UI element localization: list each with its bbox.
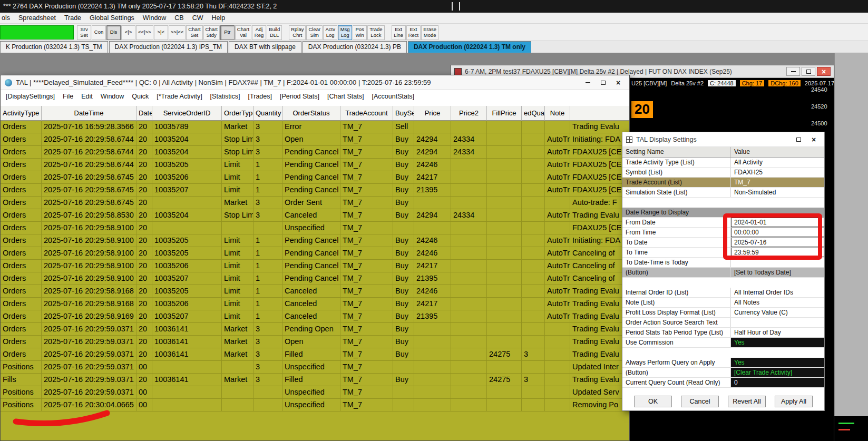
table-row[interactable]: Orders2025-07-16 20:29:58.67452010035207… <box>1 184 629 197</box>
column-header-buysel[interactable]: BuySel <box>393 106 414 121</box>
table-row[interactable]: Orders2025-07-16 20:29:58.91002010035205… <box>1 247 629 260</box>
toolbar-button-rplay-chrt[interactable]: RplayChrt <box>289 25 306 40</box>
tab-dax-production-022024-1-3-tm-only[interactable]: DAX Production (022024 1.3) TM only <box>408 41 531 53</box>
minimize-icon[interactable] <box>786 67 800 76</box>
settings-row-period-stats-tab-period-type-list[interactable]: Period Stats Tab Period Type (List)Half … <box>622 328 824 338</box>
tab-dax-bt-with-slippage[interactable]: DAX BT with slippage <box>229 41 301 53</box>
column-header-date[interactable]: Date <box>136 106 152 121</box>
toolbar-button-build-dll[interactable]: BuildDLL <box>267 25 282 40</box>
toolbar-button-ptr[interactable]: Ptr <box>220 25 235 40</box>
table-row[interactable]: Orders2025-07-16 20:29:58.91692010035207… <box>1 310 629 323</box>
tal-menu-quick[interactable]: Quick <box>132 93 149 100</box>
toolbar-button-msg-log[interactable]: MsgLog <box>338 25 352 40</box>
dialog-button-apply-all[interactable]: Apply All <box>775 396 813 407</box>
tal-menu-displaysettings[interactable]: [DisplaySettings] <box>6 93 55 100</box>
toolbar-button-trade-lock[interactable]: TradeLock <box>367 25 384 40</box>
column-header-price2[interactable]: Price2 <box>451 106 487 121</box>
settings-row-trade-account-list[interactable]: Trade Account (List)TM_7 <box>622 178 824 188</box>
toolbar-button-item[interactable]: <<|>> <box>136 25 153 40</box>
menu-item-cw[interactable]: CW <box>192 14 203 22</box>
toolbar-button-item[interactable]: >>|<< <box>169 25 186 40</box>
table-row[interactable]: Fills2025-07-16 20:29:59.03712010036141M… <box>1 374 629 386</box>
toolbar-button-dis[interactable]: Dis <box>106 25 121 40</box>
tal-window-titlebar[interactable]: TAL | ****Delayed_Simulated_Feed**** | Q… <box>1 75 629 90</box>
settings-row-order-action-source-search-text[interactable]: Order Action Source Search Text <box>622 318 824 328</box>
settings-row-button[interactable]: (Button)[Clear Trade Activity] <box>622 368 824 378</box>
settings-row-note-list[interactable]: Note (List)All Notes <box>622 298 824 308</box>
column-header-quantity[interactable]: Quantity <box>253 106 282 121</box>
tal-menu-trade-activity[interactable]: [*Trade Activity] <box>157 93 202 100</box>
table-row[interactable]: Orders2025-07-16 20:29:58.67442010035204… <box>1 146 629 159</box>
tal-menu-period-stats[interactable]: [Period Stats] <box>280 93 319 100</box>
dialog-titlebar[interactable]: TAL Display Settings × <box>622 132 824 147</box>
tab-k-production-032024-1-3-ts-tm[interactable]: K Production (032024 1.3) TS_TM <box>0 41 108 53</box>
column-header-datetime[interactable]: DateTime <box>42 106 136 121</box>
menu-item-global-settings[interactable]: Global Settings <box>90 14 134 22</box>
settings-row[interactable] <box>622 278 824 288</box>
table-row[interactable]: Orders2025-07-16 20:29:59.03712010036141… <box>1 323 629 336</box>
tab-dax-production-032024-1-3-pb[interactable]: DAX Production (032024 1.3) PB <box>303 41 407 53</box>
close-icon[interactable]: × <box>611 78 625 87</box>
toolbar-button-con[interactable]: Con <box>92 25 106 40</box>
table-row[interactable]: Orders2025-07-16 20:29:58.91002010035205… <box>1 234 629 247</box>
table-row[interactable]: Positions2025-07-16 20:29:59.0371003Unsp… <box>1 361 629 374</box>
menu-item-cb[interactable]: CB <box>174 14 183 22</box>
menu-item-help[interactable]: Help <box>212 14 226 22</box>
tal-menu-chart-stats[interactable]: [Chart Stats] <box>327 93 364 100</box>
toolbar-button-erase-mode[interactable]: EraseMode <box>421 25 438 40</box>
table-row[interactable]: Orders2025-07-16 20:29:58.91002010035207… <box>1 272 629 285</box>
tal-menu-edit[interactable]: Edit <box>81 93 93 100</box>
settings-row-use-commission[interactable]: Use CommissionYes <box>622 338 824 348</box>
table-row[interactable]: Orders2025-07-16 20:29:58.91682010035206… <box>1 298 629 310</box>
table-row[interactable]: Orders2025-07-16 20:29:58.91002010035206… <box>1 260 629 272</box>
menu-item-ols[interactable]: ols <box>2 14 10 22</box>
table-row[interactable]: Orders2025-07-16 20:29:58.67442010035204… <box>1 133 629 146</box>
column-header-fillprice[interactable]: FillPrice <box>487 106 522 121</box>
tal-menu-accountstats[interactable]: [AccountStats] <box>372 93 415 100</box>
minimize-icon[interactable] <box>581 78 594 87</box>
tal-menu-trades[interactable]: [Trades] <box>248 93 272 100</box>
toolbar-button-actv-log[interactable]: ActvLog <box>323 25 337 40</box>
table-row[interactable]: Orders2025-07-16 20:29:59.03712010036141… <box>1 336 629 348</box>
close-icon[interactable]: × <box>807 135 821 144</box>
toolbar-button-adj-reg[interactable]: AdjReg <box>252 25 266 40</box>
dialog-button-cancel[interactable]: Cancel <box>681 396 719 407</box>
table-row[interactable]: Orders2025-07-16 16:59:28.35662010035789… <box>1 121 629 133</box>
column-header-tradeaccount[interactable]: TradeAccount <box>340 106 393 121</box>
toolbar-button-ext-line[interactable]: ExtLine <box>392 25 406 40</box>
maximize-icon[interactable] <box>596 78 610 87</box>
dialog-button-revert-all[interactable]: Revert All <box>728 396 766 407</box>
settings-row[interactable] <box>622 348 824 358</box>
dialog-button-ok[interactable]: OK <box>634 396 672 407</box>
column-header-note[interactable]: Note <box>545 106 570 121</box>
settings-row-profit-loss-display-format-list[interactable]: Profit Loss Display Format (List)Currenc… <box>622 308 824 318</box>
toolbar-button-srv-set[interactable]: SrvSet <box>77 25 91 40</box>
settings-row-simulation-state-list[interactable]: Simulation State (List)Non-Simulated <box>622 188 824 198</box>
toolbar-button-pos-win[interactable]: PosWin <box>353 25 367 40</box>
tal-menu-window[interactable]: Window <box>101 93 124 100</box>
table-row[interactable]: Orders2025-07-16 20:29:58.910020Unspecif… <box>1 222 629 234</box>
settings-row[interactable] <box>622 198 824 208</box>
table-row[interactable]: Positions2025-07-16 20:29:59.037100Unspe… <box>1 386 629 399</box>
toolbar-button-item[interactable]: <|> <box>121 25 135 40</box>
column-header-edquan[interactable]: edQuan <box>522 106 545 121</box>
toolbar-button-chart-set[interactable]: ChartSet <box>186 25 202 40</box>
settings-row-always-perform-query-on-apply[interactable]: Always Perform Query on ApplyYes <box>622 358 824 368</box>
column-header-last[interactable] <box>570 106 629 121</box>
toolbar-button-chart-stdy[interactable]: ChartStdy <box>203 25 220 40</box>
menu-item-trade[interactable]: Trade <box>64 14 81 22</box>
column-header-serviceorderid[interactable]: ServiceOrderID <box>152 106 222 121</box>
toolbar-button-clear-sim[interactable]: ClearSim <box>306 25 323 40</box>
maximize-icon[interactable] <box>802 67 815 76</box>
tal-menu-file[interactable]: File <box>63 93 73 100</box>
table-row[interactable]: Orders2025-07-16 20:29:58.85302010035204… <box>1 209 629 222</box>
table-row[interactable]: Orders2025-07-16 20:29:58.67442010035205… <box>1 159 629 171</box>
table-row[interactable]: Orders2025-07-16 20:29:58.91682010035205… <box>1 285 629 298</box>
column-header-activitytype[interactable]: ActivityType <box>1 106 42 121</box>
close-icon[interactable]: × <box>817 67 831 76</box>
toolbar-button-ext-rect[interactable]: ExtRect <box>406 25 421 40</box>
menu-item-spreadsheet[interactable]: Spreadsheet <box>18 14 56 22</box>
toolbar-button-chart-val[interactable]: ChartVal <box>235 25 251 40</box>
column-header-orderstatus[interactable]: OrderStatus <box>282 106 340 121</box>
tab-dax-production-022024-1-3-ips-tm[interactable]: DAX Production (022024 1.3) IPS_TM <box>109 41 228 53</box>
